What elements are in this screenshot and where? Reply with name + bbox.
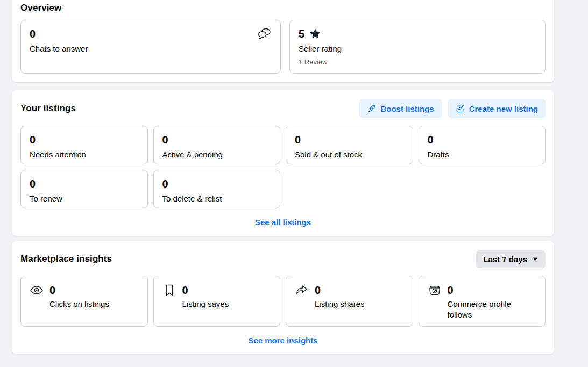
your-listings-title: Your listings (20, 103, 76, 114)
dashboard-content: Overview 0 Chats to answer 5 (12, 0, 554, 354)
to-delete-relist-count: 0 (162, 177, 272, 190)
active-pending-card[interactable]: 0 Active & pending (153, 126, 281, 164)
overview-card-grid: 0 Chats to answer 5 (20, 20, 546, 74)
saves-count: 0 (182, 284, 188, 297)
seller-rating-row: 5 (299, 27, 536, 40)
seller-rating-value: 5 (299, 27, 304, 40)
to-renew-count: 0 (30, 177, 139, 190)
caret-down-icon (532, 256, 539, 262)
listing-shares-card[interactable]: 0 Listing shares (286, 276, 413, 327)
chats-count: 0 (30, 27, 272, 40)
date-range-dropdown[interactable]: Last 7 days (476, 250, 546, 268)
insights-header: Marketplace insights Last 7 days (20, 250, 546, 268)
overview-title: Overview (20, 3, 546, 13)
shares-count: 0 (315, 284, 321, 297)
chats-to-answer-card[interactable]: 0 Chats to answer (20, 20, 281, 74)
seller-rating-label: Seller rating (299, 44, 536, 54)
boost-listings-button[interactable]: Boost listings (359, 99, 441, 118)
see-all-listings-row: See all listings (20, 218, 546, 227)
needs-attention-count: 0 (30, 133, 139, 146)
active-pending-count: 0 (162, 133, 272, 146)
create-new-listing-label: Create new listing (469, 104, 538, 113)
to-renew-label: To renew (30, 193, 139, 204)
listing-saves-card[interactable]: 0 Listing saves (153, 276, 281, 327)
needs-attention-card[interactable]: 0 Needs attention (20, 126, 148, 164)
chat-bubbles-icon (257, 27, 272, 41)
marketplace-insights-section: Marketplace insights Last 7 days (12, 241, 554, 354)
drafts-card[interactable]: 0 Drafts (419, 126, 546, 164)
listings-card-row-2: 0 To renew 0 To delete & relist (20, 170, 546, 208)
listings-actions: Boost listings Create new listing (359, 99, 546, 118)
see-all-listings-link[interactable]: See all listings (255, 218, 311, 227)
review-count: 1 Review (299, 58, 536, 66)
drafts-count: 0 (428, 133, 537, 146)
star-icon (309, 28, 321, 40)
sold-out-of-stock-count: 0 (295, 133, 404, 146)
storefront-check-icon (428, 283, 442, 297)
active-pending-label: Active & pending (162, 149, 272, 160)
create-new-listing-button[interactable]: Create new listing (448, 99, 546, 118)
see-more-insights-link[interactable]: See more insights (248, 336, 317, 345)
boost-listings-label: Boost listings (380, 104, 434, 113)
to-delete-relist-label: To delete & relist (162, 193, 272, 204)
eye-icon (30, 283, 44, 297)
marketplace-seller-dashboard: Overview 0 Chats to answer 5 (0, 0, 588, 367)
bookmark-icon (162, 283, 176, 297)
needs-attention-label: Needs attention (30, 149, 139, 160)
compose-icon (456, 104, 465, 113)
insights-title: Marketplace insights (20, 254, 112, 264)
date-range-label: Last 7 days (483, 255, 527, 264)
sold-out-of-stock-label: Sold & out of stock (295, 149, 404, 160)
follows-count: 0 (448, 284, 454, 297)
commerce-profile-follows-card[interactable]: 0 Commerce profile follows (419, 276, 546, 327)
clicks-label: Clicks on listings (49, 299, 130, 310)
shares-label: Listing shares (315, 299, 395, 310)
insights-card-row: 0 Clicks on listings 0 Listing saves (20, 276, 546, 327)
overview-section: Overview 0 Chats to answer 5 (12, 0, 554, 82)
sold-out-of-stock-card[interactable]: 0 Sold & out of stock (286, 126, 413, 164)
to-renew-card[interactable]: 0 To renew (20, 170, 148, 208)
chats-label: Chats to answer (30, 44, 272, 54)
to-delete-relist-card[interactable]: 0 To delete & relist (153, 170, 281, 208)
see-more-insights-row: See more insights (20, 336, 546, 346)
your-listings-header: Your listings Boost listings (20, 99, 546, 118)
saves-label: Listing saves (182, 299, 263, 310)
clicks-count: 0 (49, 284, 55, 297)
follows-label: Commerce profile follows (448, 299, 528, 320)
drafts-label: Drafts (428, 149, 537, 160)
seller-rating-card[interactable]: 5 Seller rating 1 Review (289, 20, 546, 74)
listings-card-row-1: 0 Needs attention 0 Active & pending 0 S… (20, 126, 546, 164)
share-icon (295, 283, 309, 297)
your-listings-section: Your listings Boost listings (12, 90, 554, 236)
rocket-icon (367, 104, 376, 113)
clicks-on-listings-card[interactable]: 0 Clicks on listings (20, 276, 148, 327)
